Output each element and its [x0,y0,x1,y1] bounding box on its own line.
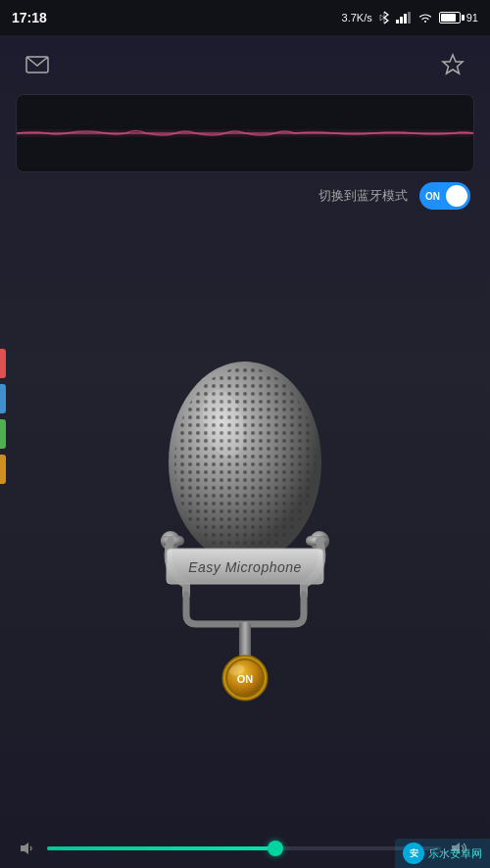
favorite-button[interactable] [435,47,470,82]
watermark: 安 乐水安卓网 [395,839,490,868]
volume-slider[interactable] [47,846,441,850]
waveform-svg [17,95,473,171]
svg-rect-2 [404,14,407,24]
microphone-area: Easy Microphone [0,210,490,833]
battery-percent: 91 [466,12,478,24]
side-tab-blue[interactable] [0,384,6,413]
svg-rect-3 [408,12,411,24]
waveform-display [16,94,474,172]
volume-low-icon [20,841,37,856]
watermark-logo: 安 [403,843,424,864]
microphone-body: Easy Microphone [108,335,382,707]
bluetooth-icon [378,11,390,24]
side-tab-green[interactable] [0,419,6,449]
slider-thumb[interactable] [268,841,283,856]
watermark-text: 乐水安卓网 [428,846,482,861]
bluetooth-label: 切换到蓝牙模式 [318,187,408,205]
svg-marker-5 [443,55,463,73]
wifi-icon [417,12,433,24]
toggle-on-label: ON [425,191,440,202]
mail-icon [25,56,49,73]
svg-rect-0 [396,20,399,24]
svg-text:Easy Microphone: Easy Microphone [188,559,302,575]
mail-button[interactable] [20,47,55,82]
toggle-knob [446,185,467,207]
microphone-svg: Easy Microphone [108,335,382,707]
status-icons: 3.7K/s 91 [342,11,478,24]
network-speed: 3.7K/s [342,12,372,24]
side-tab-red[interactable] [0,349,6,378]
svg-point-9 [174,367,316,557]
bluetooth-toggle[interactable]: ON [419,182,470,210]
status-time: 17:18 [12,10,47,25]
svg-rect-1 [400,17,403,24]
svg-text:ON: ON [237,673,254,685]
battery-indicator [439,12,461,24]
header [0,35,490,94]
signal-icon [396,12,412,24]
slider-fill [47,846,275,850]
battery-fill [441,14,456,22]
star-icon [441,53,465,76]
status-bar: 17:18 3.7K/s 91 [0,0,490,35]
app-container: 切换到蓝牙模式 ON [0,35,490,868]
side-tab-yellow[interactable] [0,455,6,484]
